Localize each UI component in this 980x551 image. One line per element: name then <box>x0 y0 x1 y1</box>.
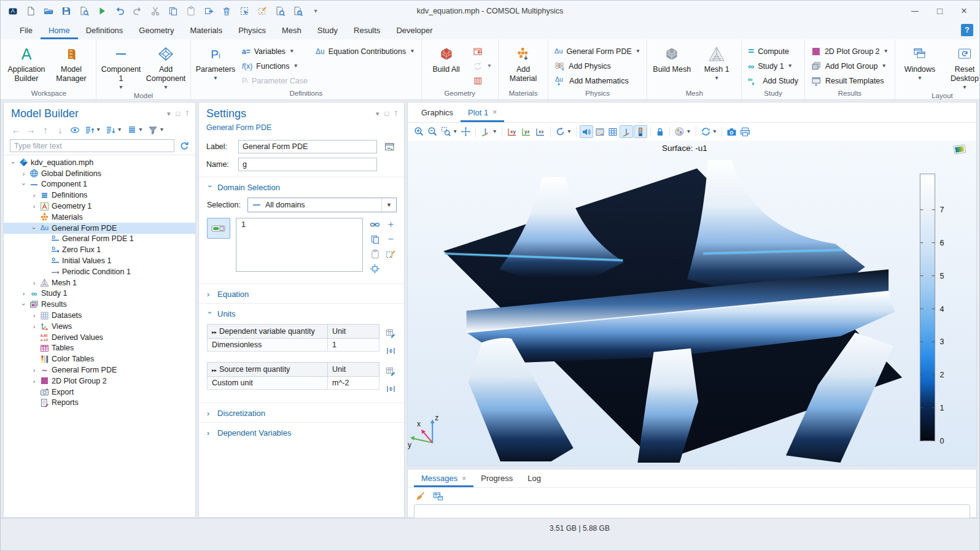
ggrid-button[interactable] <box>607 125 619 138</box>
maximize-button[interactable]: □ <box>937 6 943 15</box>
clearsel-button[interactable] <box>384 247 397 260</box>
tree-item-component-1[interactable]: › Component 1 <box>4 179 195 190</box>
ribbon-component-1-button[interactable]: Component 1 ▼ <box>99 42 142 91</box>
tree-item-zero-flux-1[interactable]: D Zero Flux 1 <box>4 244 195 255</box>
gtriad2-button[interactable] <box>620 125 633 138</box>
ribbon-functions-button[interactable]: f(x) Functions ▼ <box>239 59 311 73</box>
tree-expander-icon[interactable]: › <box>29 312 39 319</box>
tree-item-color-tables[interactable]: Color Tables <box>4 353 195 364</box>
messages-output[interactable] <box>414 504 970 519</box>
messages-tab-messages[interactable]: Messages × <box>414 469 473 487</box>
ribbon-geo-virtual-button[interactable] <box>470 74 495 88</box>
rename-button[interactable] <box>382 139 397 154</box>
nav-right-button[interactable]: → <box>25 123 37 136</box>
ribbon-build-mesh-button[interactable]: Build Mesh <box>650 42 693 76</box>
minimize-button[interactable]: — <box>911 7 919 15</box>
menu-tab-home[interactable]: Home <box>41 21 78 39</box>
ribbon-result-templates-button[interactable]: Result Templates <box>808 74 892 88</box>
pin-panel-icon[interactable]: ⊺ <box>185 110 189 117</box>
gzoom-out-button[interactable] <box>426 125 439 138</box>
messages-tab-log[interactable]: Log <box>520 469 548 487</box>
gzoom-box-button[interactable]: ▼ <box>440 125 459 138</box>
tree-expander-icon[interactable]: › <box>29 323 39 330</box>
float-panel-icon[interactable]: □ <box>385 110 389 117</box>
table-row[interactable]: Custom unit m^-2 <box>208 377 379 390</box>
tbl-mail-button[interactable] <box>432 490 445 503</box>
gcamera-button[interactable] <box>725 125 738 138</box>
section-dependent-variables[interactable]: › Dependent Variables <box>199 422 404 442</box>
tree-item-general-form-pde[interactable]: ›Δu General Form PDE <box>4 223 195 234</box>
ribbon-geo-import-button[interactable] <box>470 44 495 58</box>
ribbon-add-physics-button[interactable]: Add Physics <box>551 59 644 73</box>
copy-button[interactable] <box>167 5 179 17</box>
section-domain-selection[interactable]: › Domain Selection <box>199 177 404 196</box>
menu-tab-results[interactable]: Results <box>346 21 388 39</box>
nav-up-button[interactable]: ↑ <box>39 123 52 136</box>
ribbon-add-component-button[interactable]: Add Component ▼ <box>144 42 187 91</box>
new-button[interactable] <box>25 5 37 17</box>
minus-button[interactable]: − <box>384 233 397 245</box>
chain-button[interactable] <box>368 218 381 231</box>
gupdate-button[interactable]: ▼ <box>699 125 718 138</box>
tree-item-general-form-pde[interactable]: ›~ General Form PDE <box>4 364 195 376</box>
tree-item-general-form-pde-1[interactable]: D General Form PDE 1 <box>4 234 195 245</box>
expand-tree-button[interactable]: ▼ <box>84 123 102 136</box>
gview-xy-button[interactable]: xy <box>505 125 519 138</box>
menu-tab-materials[interactable]: Materials <box>182 21 230 39</box>
tree-item-datasets[interactable]: › Datasets <box>4 310 195 321</box>
menu-tab-developer[interactable]: Developer <box>388 21 440 39</box>
tree-expander-icon[interactable]: › <box>19 290 28 297</box>
copy-button[interactable] <box>368 233 381 245</box>
ribbon-application-builder-button[interactable]: A Application Builder <box>5 42 48 85</box>
tree-item-global-definitions[interactable]: › Global Definitions <box>4 168 195 179</box>
glegend-button[interactable] <box>634 125 647 138</box>
funnel-button[interactable]: ▼ <box>147 123 165 136</box>
selection-item[interactable]: 1 <box>241 220 246 229</box>
ribbon-geo-rebuild-button[interactable]: ▼ <box>470 59 495 73</box>
float-panel-icon[interactable]: □ <box>176 110 181 117</box>
menu-tab-physics[interactable]: Physics <box>230 21 274 39</box>
graphics-tab-graphics[interactable]: Graphics <box>414 102 461 122</box>
tree-item-initial-values-1[interactable]: D Initial Values 1 <box>4 255 195 266</box>
gspeaker-button[interactable] <box>580 125 593 138</box>
menu-tab-study[interactable]: Study <box>309 21 346 39</box>
selection-listbox[interactable]: 1 <box>236 218 363 272</box>
preview-button[interactable] <box>78 5 90 17</box>
ribbon-general-form-pde-button[interactable]: Δu General Form PDE ▼ <box>551 44 644 58</box>
menu-tab-mesh[interactable]: Mesh <box>274 21 309 39</box>
name-input[interactable] <box>238 158 377 171</box>
ribbon-parameter-case-button[interactable]: Pi Parameter Case <box>239 74 311 88</box>
gzoom-in-button[interactable] <box>413 125 426 138</box>
gview-yz-button[interactable]: yz <box>519 125 533 138</box>
ribbon-variables-button[interactable]: a= Variables ▼ <box>239 44 311 58</box>
tree-item-tables[interactable]: Tables <box>4 343 195 354</box>
ribbon-reset-desktop-button[interactable]: Reset Desktop ▼ <box>943 42 980 91</box>
tree-item-study-1[interactable]: ›∞ Study 1 <box>4 288 195 299</box>
tree-expander-icon[interactable]: › <box>29 366 39 374</box>
nav-left-button[interactable]: ← <box>10 123 22 136</box>
broom-button[interactable] <box>414 490 427 503</box>
tree-item-definitions[interactable]: › Definitions <box>4 190 195 201</box>
graphics-tab-plot-1[interactable]: Plot 1 × <box>461 102 504 122</box>
tbl-edit-button[interactable] <box>383 326 398 341</box>
undo-button[interactable] <box>114 5 126 17</box>
ribbon-add-plot-group-button[interactable]: Add Plot Group ▼ <box>808 59 892 73</box>
plot-thumbnail-icon[interactable] <box>954 145 966 154</box>
pin-panel-icon[interactable]: ⊺ <box>394 110 398 117</box>
active-selection-toggle[interactable] <box>207 218 230 239</box>
tree-expander-icon[interactable]: › <box>29 279 39 287</box>
columns-button[interactable]: ▼ <box>126 123 144 136</box>
graphics-canvas[interactable]: Surface: -u1 <box>408 141 976 466</box>
save-button[interactable] <box>60 5 72 17</box>
plus-button[interactable]: + <box>384 218 397 231</box>
collapse-tree-button[interactable]: ▼ <box>104 123 123 136</box>
table-row[interactable]: Dimensionless 1 <box>208 339 379 352</box>
zoomdoc-button[interactable] <box>292 5 304 17</box>
ribbon-mesh-1-button[interactable]: Mesh 1 ▼ <box>695 42 738 82</box>
refresh-button[interactable] <box>178 139 190 152</box>
delete-button[interactable] <box>220 5 233 17</box>
ribbon-compute-button[interactable]: = Compute <box>745 44 801 58</box>
tree-expander-icon[interactable]: › <box>29 202 39 210</box>
tree-item-periodic-condition-1[interactable]: Periodic Condition 1 <box>4 266 195 277</box>
tree-expander-icon[interactable]: › <box>20 180 28 189</box>
